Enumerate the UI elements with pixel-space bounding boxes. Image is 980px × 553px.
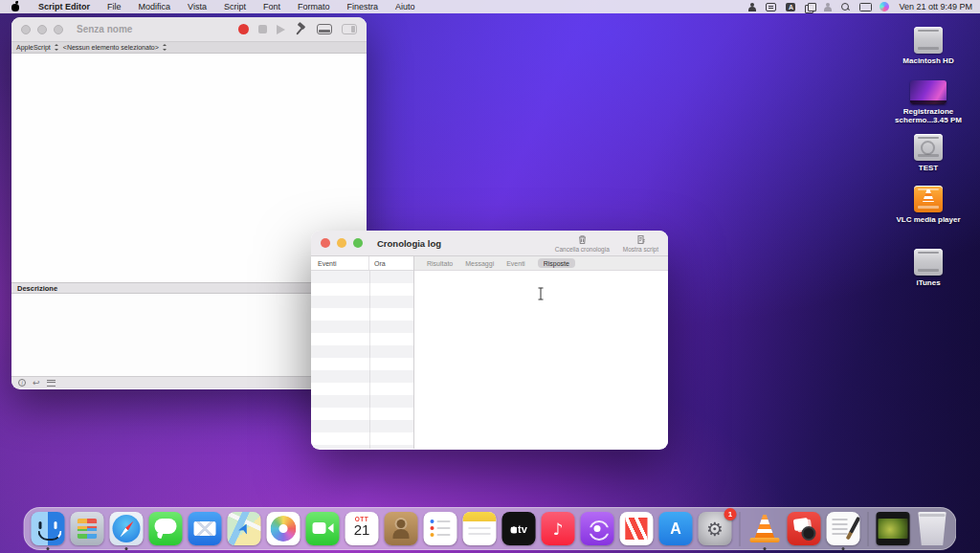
dock-contacts[interactable]	[384, 512, 419, 545]
menu-edit[interactable]: Modifica	[130, 2, 180, 11]
input-menu-icon[interactable]	[766, 3, 776, 11]
close-button[interactable]	[21, 25, 31, 34]
running-indicator	[764, 547, 767, 550]
dock-photo-capture-app[interactable]	[787, 512, 822, 545]
dock: OTT21 tv ♪ A 1⚙	[24, 507, 957, 550]
dock-photos[interactable]	[266, 512, 301, 545]
dock-vlc[interactable]	[747, 512, 783, 545]
character-viewer-icon[interactable]: A	[786, 3, 795, 11]
facetime-icon	[306, 512, 340, 545]
user-switch-icon[interactable]	[748, 3, 756, 11]
music-icon: ♪	[542, 512, 575, 545]
stop-button[interactable]	[258, 25, 267, 33]
dock-media-file[interactable]	[876, 512, 911, 545]
dock-calendar[interactable]: OTT21	[345, 512, 380, 545]
finder-icon	[32, 512, 65, 545]
dock-news[interactable]	[619, 512, 655, 545]
show-script-button[interactable]: Mostra script	[623, 234, 658, 253]
minimize-button[interactable]	[37, 25, 47, 34]
desktop-icon-itunes[interactable]: iTunes	[884, 249, 972, 287]
dock-trash[interactable]	[915, 512, 950, 545]
desktop-icon-test[interactable]: TEST	[884, 134, 972, 172]
record-button[interactable]	[238, 24, 249, 34]
info-icon[interactable]: i	[18, 379, 26, 387]
run-button[interactable]	[277, 25, 285, 34]
log-window-titlebar[interactable]: Cronologia log Cancella cronologia Mostr…	[311, 231, 668, 256]
running-indicator	[125, 547, 128, 550]
menu-script[interactable]: Script	[215, 2, 255, 11]
toggle-bottom-pane-button[interactable]	[317, 24, 332, 34]
status-menu-dim-icon[interactable]	[824, 3, 832, 11]
dock-app-store[interactable]: A	[658, 512, 694, 545]
menu-font[interactable]: Font	[255, 2, 289, 11]
log-detail-content[interactable]	[414, 271, 668, 449]
launchpad-icon	[71, 512, 104, 545]
return-icon[interactable]: ↩	[33, 379, 40, 387]
dock-maps[interactable]	[227, 512, 262, 545]
screen-mirroring-icon[interactable]	[805, 3, 814, 11]
dock-music[interactable]: ♪	[541, 512, 576, 545]
desktop-icon-macintosh-hd[interactable]: Macintosh HD	[884, 27, 972, 65]
zoom-button[interactable]	[54, 25, 63, 34]
element-popup[interactable]: <Nessun elemento selezionato>	[63, 44, 159, 51]
menu-window[interactable]: Finestra	[338, 2, 387, 11]
dock-mail[interactable]	[188, 512, 223, 545]
minimize-button[interactable]	[337, 238, 346, 248]
vlc-drive-icon	[914, 186, 943, 212]
desktop-icon-vlc[interactable]: VLC media player	[884, 186, 972, 224]
log-table-header: Eventi Ora	[311, 256, 413, 271]
menu-clock[interactable]: Ven 21 ott 9:49 PM	[899, 2, 972, 11]
menu-help[interactable]: Aiuto	[387, 2, 424, 11]
podcasts-icon	[581, 512, 614, 545]
dock-notes[interactable]	[462, 512, 498, 545]
notes-icon	[463, 512, 497, 545]
script-editor-titlebar[interactable]: Senza nome	[11, 17, 367, 42]
dock-messages[interactable]	[148, 512, 184, 545]
trash-icon	[916, 512, 949, 545]
column-header-events[interactable]: Eventi	[311, 256, 369, 270]
desktop-icon-screen-recording[interactable]: Registrazione schermo...3.45 PM	[884, 80, 972, 124]
tab-eventi[interactable]: Eventi	[506, 260, 524, 267]
itunes-drive-icon	[914, 249, 943, 276]
clear-history-button[interactable]: Cancella cronologia	[555, 234, 610, 253]
column-header-time[interactable]: Ora	[369, 260, 386, 267]
dock-facetime[interactable]	[305, 512, 341, 545]
spotlight-icon[interactable]	[841, 3, 850, 11]
dock-script-editor[interactable]	[826, 512, 861, 545]
chevron-updown-icon	[163, 44, 167, 51]
dock-podcasts[interactable]	[580, 512, 615, 545]
language-popup[interactable]: AppleScript	[16, 44, 51, 51]
calendar-icon: OTT21	[345, 512, 379, 545]
dock-reminders[interactable]	[423, 512, 458, 545]
toggle-side-pane-button[interactable]	[342, 24, 357, 34]
menu-view[interactable]: Vista	[179, 2, 215, 11]
hard-drive-icon	[914, 27, 943, 54]
list-icon[interactable]	[47, 380, 56, 387]
siri-icon[interactable]	[880, 2, 889, 11]
log-detail-pane: Risultato Messaggi Eventi Risposte	[414, 256, 668, 449]
dock-system-preferences[interactable]: 1⚙	[698, 512, 733, 545]
menu-file[interactable]: File	[99, 2, 130, 11]
dock-launchpad[interactable]	[70, 512, 105, 545]
dock-tv[interactable]: tv	[501, 512, 537, 545]
dock-finder[interactable]	[31, 512, 66, 545]
log-table-body[interactable]	[311, 271, 413, 449]
tab-risposte[interactable]: Risposte	[538, 258, 575, 268]
script-editor-icon	[827, 512, 860, 545]
close-button[interactable]	[321, 238, 330, 248]
chevron-updown-icon	[55, 44, 59, 51]
zoom-button[interactable]	[353, 238, 363, 248]
compile-button[interactable]	[295, 23, 307, 35]
dock-safari[interactable]	[109, 512, 145, 545]
vlc-icon	[748, 512, 782, 545]
display-icon[interactable]	[859, 3, 870, 11]
tab-messaggi[interactable]: Messaggi	[465, 260, 494, 267]
apple-menu-icon[interactable]	[11, 2, 20, 11]
log-tab-bar: Risultato Messaggi Eventi Risposte	[414, 256, 668, 271]
menu-app-name[interactable]: Script Editor	[30, 2, 99, 11]
external-drive-icon	[914, 134, 943, 161]
apple-tv-icon: tv	[502, 512, 536, 545]
screen-recording-thumbnail-icon	[910, 80, 947, 104]
tab-risultato[interactable]: Risultato	[427, 260, 453, 267]
menu-format[interactable]: Formato	[289, 2, 339, 11]
